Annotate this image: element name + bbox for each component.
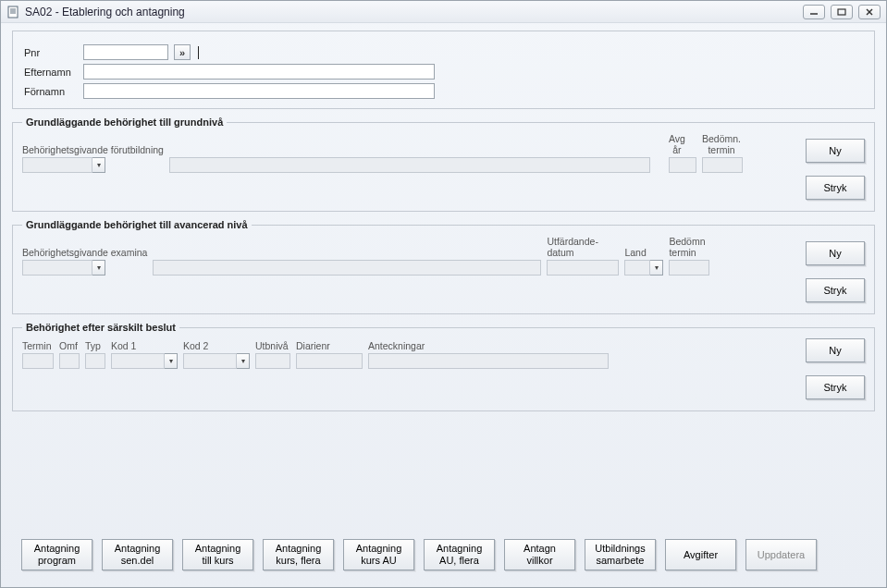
utfardande-datum-label: Utfärdande- datum	[547, 236, 619, 258]
group-avancerad-legend: Grundläggande behörighet till avancerad …	[22, 219, 252, 230]
fornamn-label: Förnamn	[24, 86, 78, 97]
avgifter-button[interactable]: Avgifter	[665, 539, 736, 570]
bedomn-termin-box-grund	[702, 157, 743, 173]
avg-ar-box	[669, 157, 696, 173]
avg-ar-label: Avg år	[669, 133, 696, 155]
kod2-box	[183, 353, 237, 369]
forutbildning-code-box	[22, 157, 92, 173]
typ-label: Typ	[85, 338, 105, 351]
footer-button-bar: Antagning program Antagning sen.del Anta…	[12, 526, 875, 570]
antagning-program-button[interactable]: Antagning program	[21, 539, 92, 570]
kod2-label: Kod 2	[183, 338, 250, 351]
efternamn-label: Efternamn	[24, 67, 78, 78]
utbniva-label: Utbnivå	[255, 338, 290, 351]
antagning-kurs-flera-button[interactable]: Antagning kurs, flera	[263, 539, 334, 570]
app-icon	[6, 6, 19, 18]
pnr-lookup-button[interactable]: »	[174, 44, 191, 60]
pnr-label: Pnr	[24, 47, 78, 58]
kod1-dropdown-button[interactable]: ▾	[165, 353, 178, 369]
identity-panel: Pnr » Efternamn Förnamn	[12, 31, 875, 109]
maximize-button[interactable]	[831, 5, 853, 19]
antagning-till-kurs-button[interactable]: Antagning till kurs	[182, 539, 253, 570]
bedomn-termin-label-adv: Bedömn termin	[669, 236, 709, 258]
antagn-villkor-button[interactable]: Antagn villkor	[504, 539, 575, 570]
forutbildning-label: Behörighetsgivande förutbildning	[22, 133, 164, 155]
examina-label: Behörighetsgivande examina	[22, 236, 147, 258]
kod2-dropdown-button[interactable]: ▾	[237, 353, 250, 369]
utbildnings-samarbete-button[interactable]: Utbildnings samarbete	[585, 539, 656, 570]
kod1-box	[111, 353, 165, 369]
ny-button-grund[interactable]: Ny	[806, 139, 865, 163]
diarienr-box	[296, 353, 363, 369]
examina-desc-box	[153, 260, 541, 276]
close-button[interactable]	[858, 5, 881, 19]
efternamn-input[interactable]	[83, 64, 435, 80]
titlebar: SA02 - Etablering och antagning	[1, 1, 886, 23]
pnr-input[interactable]	[83, 44, 168, 60]
diarienr-label: Diarienr	[296, 338, 363, 351]
uppdatera-button[interactable]: Uppdatera	[745, 539, 817, 570]
ny-button-adv[interactable]: Ny	[806, 241, 865, 265]
svg-rect-5	[838, 9, 845, 15]
antagning-sendel-button[interactable]: Antagning sen.del	[102, 539, 173, 570]
land-box	[624, 260, 650, 276]
land-dropdown-button[interactable]: ▾	[650, 260, 663, 276]
forutbildning-dropdown-button[interactable]: ▾	[92, 157, 105, 173]
kod1-label: Kod 1	[111, 338, 178, 351]
land-label: Land	[624, 236, 663, 258]
omf-label: Omf	[59, 338, 80, 351]
stryk-button-grund[interactable]: Stryk	[806, 176, 865, 200]
svg-rect-0	[8, 6, 18, 18]
omf-box	[59, 353, 80, 369]
bedomn-termin-box-adv	[669, 260, 709, 276]
bedomn-termin-label-grund: Bedömn. termin	[702, 133, 743, 155]
group-avancerad: Grundläggande behörighet till avancerad …	[12, 219, 875, 314]
app-window: SA02 - Etablering och antagning Pnr » Ef	[0, 0, 887, 588]
examina-dropdown-button[interactable]: ▾	[92, 260, 105, 276]
group-sarskilt: Behörighet efter särskilt beslut Termin …	[12, 322, 875, 411]
utbniva-box	[255, 353, 290, 369]
window-title: SA02 - Etablering och antagning	[25, 6, 797, 18]
antagning-au-flera-button[interactable]: Antagning AU, flera	[424, 539, 495, 570]
examina-code-box	[22, 260, 92, 276]
client-area: Pnr » Efternamn Förnamn Grundläggande be…	[1, 23, 886, 587]
anteckningar-box	[368, 353, 609, 369]
group-grundniva-legend: Grundläggande behörighet till grundnivå	[22, 116, 227, 128]
utfardande-datum-box	[547, 260, 619, 276]
anteckningar-label: Anteckningar	[368, 338, 609, 351]
fornamn-input[interactable]	[83, 83, 435, 99]
stryk-button-adv[interactable]: Stryk	[806, 278, 865, 302]
antagning-kurs-au-button[interactable]: Antagning kurs AU	[343, 539, 414, 570]
termin-label: Termin	[22, 338, 54, 351]
text-caret	[198, 46, 199, 59]
stryk-button-sarskilt[interactable]: Stryk	[806, 375, 865, 399]
ny-button-sarskilt[interactable]: Ny	[806, 338, 865, 362]
window-controls	[803, 5, 881, 19]
typ-box	[85, 353, 105, 369]
group-sarskilt-legend: Behörighet efter särskilt beslut	[22, 322, 179, 333]
minimize-button[interactable]	[803, 5, 825, 19]
group-grundniva: Grundläggande behörighet till grundnivå …	[12, 116, 875, 212]
termin-box	[22, 353, 54, 369]
forutbildning-desc-box	[169, 157, 650, 173]
